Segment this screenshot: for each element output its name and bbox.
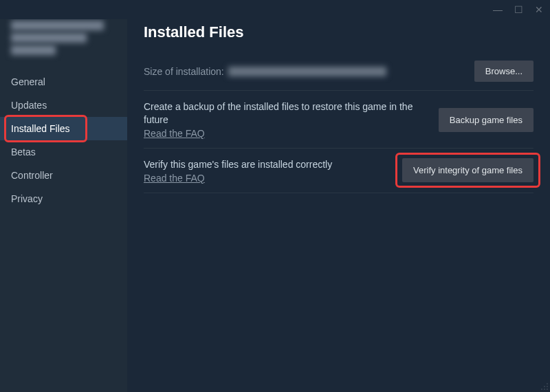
divider: [144, 148, 534, 149]
svg-point-3: [541, 389, 542, 390]
svg-point-4: [544, 389, 545, 390]
window-titlebar: — ☐ ✕: [0, 0, 550, 19]
verify-integrity-button[interactable]: Verify integrity of game files: [402, 158, 534, 182]
install-size-value: [228, 67, 386, 76]
sidebar: General Updates Installed Files Betas Co…: [0, 19, 127, 392]
maximize-button[interactable]: ☐: [512, 3, 525, 17]
backup-button[interactable]: Backup game files: [439, 108, 534, 132]
page-title: Installed Files: [144, 23, 534, 41]
content-area: Installed Files Size of installation: Br…: [127, 19, 550, 392]
divider: [144, 90, 534, 91]
minimize-button[interactable]: —: [491, 3, 505, 17]
install-size-label: Size of installation:: [144, 66, 224, 77]
game-title: [0, 21, 127, 70]
sidebar-item-installed-files[interactable]: Installed Files: [0, 117, 127, 140]
sidebar-nav: General Updates Installed Files Betas Co…: [0, 70, 127, 210]
backup-faq-link[interactable]: Read the FAQ: [144, 128, 205, 139]
close-button[interactable]: ✕: [532, 3, 546, 17]
verify-section: Verify this game's files are installed c…: [144, 158, 534, 184]
sidebar-item-general[interactable]: General: [0, 70, 127, 94]
install-size-row: Size of installation: Browse...: [144, 61, 534, 82]
verify-faq-link[interactable]: Read the FAQ: [144, 173, 205, 184]
backup-section: Create a backup of the installed files t…: [144, 100, 534, 140]
verify-description: Verify this game's files are installed c…: [144, 158, 390, 171]
resize-grip-icon[interactable]: [540, 382, 549, 391]
sidebar-item-privacy[interactable]: Privacy: [0, 187, 127, 210]
svg-point-5: [547, 389, 548, 390]
sidebar-item-updates[interactable]: Updates: [0, 94, 127, 117]
sidebar-item-controller[interactable]: Controller: [0, 164, 127, 187]
svg-point-0: [547, 383, 548, 384]
svg-point-1: [544, 386, 545, 387]
browse-button[interactable]: Browse...: [474, 61, 534, 82]
sidebar-item-betas[interactable]: Betas: [0, 140, 127, 164]
backup-description: Create a backup of the installed files t…: [144, 100, 426, 127]
svg-point-2: [547, 386, 548, 387]
divider: [144, 193, 534, 193]
